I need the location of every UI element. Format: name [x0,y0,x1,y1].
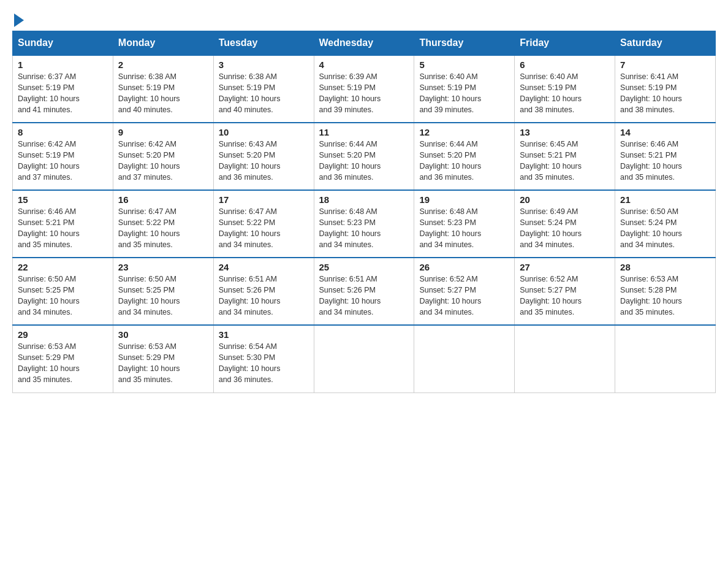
day-number: 15 [18,194,108,205]
day-number: 17 [219,194,309,205]
day-number: 12 [419,127,509,137]
day-number: 20 [520,194,610,205]
day-number: 16 [118,194,208,205]
day-number: 1 [18,59,108,70]
calendar-cell: 15Sunrise: 6:46 AMSunset: 5:21 PMDayligh… [13,190,113,258]
day-info: Sunrise: 6:53 AMSunset: 5:28 PMDaylight:… [620,274,710,318]
calendar-cell: 3Sunrise: 6:38 AMSunset: 5:19 PMDaylight… [213,55,314,123]
day-number: 23 [118,262,208,272]
calendar-cell: 26Sunrise: 6:52 AMSunset: 5:27 PMDayligh… [414,258,515,325]
day-info: Sunrise: 6:47 AMSunset: 5:22 PMDaylight:… [219,206,309,251]
weekday-header-monday: Monday [113,31,213,56]
calendar-cell: 13Sunrise: 6:45 AMSunset: 5:21 PMDayligh… [515,123,615,190]
day-info: Sunrise: 6:38 AMSunset: 5:19 PMDaylight:… [118,71,208,116]
calendar-cell: 31Sunrise: 6:54 AMSunset: 5:30 PMDayligh… [213,325,314,393]
calendar-cell: 5Sunrise: 6:40 AMSunset: 5:19 PMDaylight… [414,55,515,123]
day-number: 13 [520,127,610,137]
calendar-cell: 25Sunrise: 6:51 AMSunset: 5:26 PMDayligh… [314,258,414,325]
weekday-header-thursday: Thursday [414,31,515,56]
day-number: 3 [219,59,309,70]
day-number: 31 [219,329,309,340]
day-info: Sunrise: 6:50 AMSunset: 5:25 PMDaylight:… [18,274,108,318]
day-number: 8 [18,127,108,137]
calendar-cell: 21Sunrise: 6:50 AMSunset: 5:24 PMDayligh… [615,190,716,258]
day-number: 24 [219,262,309,272]
calendar-cell: 4Sunrise: 6:39 AMSunset: 5:19 PMDaylight… [314,55,414,123]
calendar-cell [314,325,414,393]
weekday-header-tuesday: Tuesday [213,31,314,56]
day-info: Sunrise: 6:52 AMSunset: 5:27 PMDaylight:… [419,274,509,318]
calendar-cell: 30Sunrise: 6:53 AMSunset: 5:29 PMDayligh… [113,325,213,393]
day-info: Sunrise: 6:51 AMSunset: 5:26 PMDaylight:… [219,274,309,318]
day-info: Sunrise: 6:46 AMSunset: 5:21 PMDaylight:… [620,139,710,183]
calendar-cell: 22Sunrise: 6:50 AMSunset: 5:25 PMDayligh… [13,258,113,325]
day-info: Sunrise: 6:51 AMSunset: 5:26 PMDaylight:… [319,274,409,318]
day-number: 9 [118,127,208,137]
day-number: 22 [18,262,108,272]
day-number: 27 [520,262,610,272]
calendar-cell: 6Sunrise: 6:40 AMSunset: 5:19 PMDaylight… [515,55,615,123]
day-info: Sunrise: 6:50 AMSunset: 5:24 PMDaylight:… [620,206,710,251]
calendar-cell: 16Sunrise: 6:47 AMSunset: 5:22 PMDayligh… [113,190,213,258]
day-number: 2 [118,59,208,70]
day-info: Sunrise: 6:47 AMSunset: 5:22 PMDaylight:… [118,206,208,251]
logo [12,12,24,25]
day-info: Sunrise: 6:48 AMSunset: 5:23 PMDaylight:… [419,206,509,251]
calendar-table: SundayMondayTuesdayWednesdayThursdayFrid… [12,31,716,393]
day-info: Sunrise: 6:40 AMSunset: 5:19 PMDaylight:… [520,71,610,116]
calendar-cell: 12Sunrise: 6:44 AMSunset: 5:20 PMDayligh… [414,123,515,190]
day-number: 26 [419,262,509,272]
day-info: Sunrise: 6:38 AMSunset: 5:19 PMDaylight:… [219,71,309,116]
day-number: 28 [620,262,710,272]
day-number: 7 [620,59,710,70]
day-number: 10 [219,127,309,137]
day-number: 30 [118,329,208,340]
day-number: 6 [520,59,610,70]
day-info: Sunrise: 6:37 AMSunset: 5:19 PMDaylight:… [18,71,108,116]
day-number: 11 [319,127,409,137]
weekday-header-sunday: Sunday [13,31,113,56]
page-header [12,12,716,25]
calendar-cell: 1Sunrise: 6:37 AMSunset: 5:19 PMDaylight… [13,55,113,123]
calendar-cell: 11Sunrise: 6:44 AMSunset: 5:20 PMDayligh… [314,123,414,190]
day-number: 21 [620,194,710,205]
day-number: 29 [18,329,108,340]
day-info: Sunrise: 6:53 AMSunset: 5:29 PMDaylight:… [118,341,208,386]
day-number: 5 [419,59,509,70]
week-row-4: 22Sunrise: 6:50 AMSunset: 5:25 PMDayligh… [13,258,716,325]
day-info: Sunrise: 6:50 AMSunset: 5:25 PMDaylight:… [118,274,208,318]
day-number: 4 [319,59,409,70]
day-info: Sunrise: 6:53 AMSunset: 5:29 PMDaylight:… [18,341,108,386]
calendar-cell: 27Sunrise: 6:52 AMSunset: 5:27 PMDayligh… [515,258,615,325]
calendar-cell: 20Sunrise: 6:49 AMSunset: 5:24 PMDayligh… [515,190,615,258]
calendar-cell: 14Sunrise: 6:46 AMSunset: 5:21 PMDayligh… [615,123,716,190]
day-info: Sunrise: 6:44 AMSunset: 5:20 PMDaylight:… [319,139,409,183]
calendar-cell: 19Sunrise: 6:48 AMSunset: 5:23 PMDayligh… [414,190,515,258]
day-info: Sunrise: 6:42 AMSunset: 5:20 PMDaylight:… [118,139,208,183]
calendar-cell: 8Sunrise: 6:42 AMSunset: 5:19 PMDaylight… [13,123,113,190]
day-info: Sunrise: 6:42 AMSunset: 5:19 PMDaylight:… [18,139,108,183]
calendar-cell [414,325,515,393]
day-number: 19 [419,194,509,205]
week-row-5: 29Sunrise: 6:53 AMSunset: 5:29 PMDayligh… [13,325,716,393]
week-row-3: 15Sunrise: 6:46 AMSunset: 5:21 PMDayligh… [13,190,716,258]
calendar-cell: 18Sunrise: 6:48 AMSunset: 5:23 PMDayligh… [314,190,414,258]
calendar-cell: 7Sunrise: 6:41 AMSunset: 5:19 PMDaylight… [615,55,716,123]
calendar-cell: 28Sunrise: 6:53 AMSunset: 5:28 PMDayligh… [615,258,716,325]
calendar-cell: 10Sunrise: 6:43 AMSunset: 5:20 PMDayligh… [213,123,314,190]
weekday-header-row: SundayMondayTuesdayWednesdayThursdayFrid… [13,31,716,56]
weekday-header-friday: Friday [515,31,615,56]
calendar-cell [515,325,615,393]
calendar-cell: 2Sunrise: 6:38 AMSunset: 5:19 PMDaylight… [113,55,213,123]
day-info: Sunrise: 6:48 AMSunset: 5:23 PMDaylight:… [319,206,409,251]
day-info: Sunrise: 6:49 AMSunset: 5:24 PMDaylight:… [520,206,610,251]
calendar-cell: 23Sunrise: 6:50 AMSunset: 5:25 PMDayligh… [113,258,213,325]
day-number: 25 [319,262,409,272]
day-info: Sunrise: 6:40 AMSunset: 5:19 PMDaylight:… [419,71,509,116]
day-number: 18 [319,194,409,205]
day-info: Sunrise: 6:45 AMSunset: 5:21 PMDaylight:… [520,139,610,183]
day-number: 14 [620,127,710,137]
weekday-header-wednesday: Wednesday [314,31,414,56]
calendar-cell: 9Sunrise: 6:42 AMSunset: 5:20 PMDaylight… [113,123,213,190]
day-info: Sunrise: 6:41 AMSunset: 5:19 PMDaylight:… [620,71,710,116]
